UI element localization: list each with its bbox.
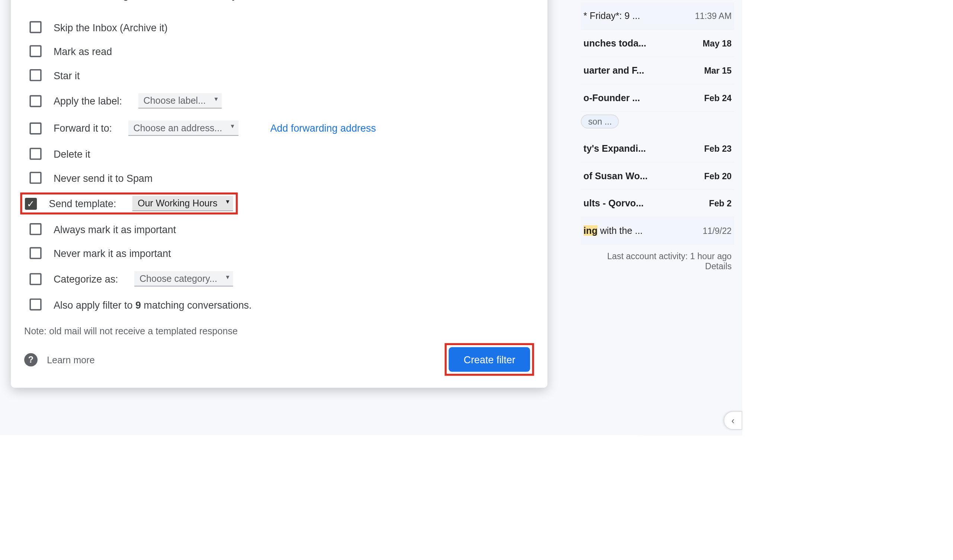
help-icon: ? xyxy=(24,353,37,366)
sidebar: Gmail Compose Inbox569StarredSnoozedSent… xyxy=(0,0,11,435)
details-link[interactable]: Details xyxy=(584,261,731,271)
pager: 1–8 of 9 ‹ › xyxy=(581,0,734,3)
chip[interactable]: son ... xyxy=(581,114,619,128)
filter-note: Note: old mail will not receive a templa… xyxy=(24,326,534,337)
option-delete[interactable]: Delete it xyxy=(24,142,534,166)
option-skip-inbox[interactable]: Skip the Inbox (Archive it) xyxy=(24,15,534,39)
highlight-send-template: ✓ Send template: Our Working Hours xyxy=(20,193,238,215)
forward-dropdown[interactable]: Choose an address... xyxy=(128,121,238,136)
sidebar-item-drafts[interactable]: Drafts17 xyxy=(0,115,6,138)
show-sidepanel-button[interactable]: ‹ xyxy=(724,411,742,430)
template-dropdown[interactable]: Our Working Hours xyxy=(132,196,233,211)
checkbox[interactable] xyxy=(29,273,41,285)
sidebar-item-more[interactable]: More xyxy=(0,138,6,161)
sidebar-item-snoozed[interactable]: Snoozed xyxy=(0,70,6,93)
learn-more-link[interactable]: ? Learn more xyxy=(24,353,95,366)
label-meaningful[interactable]: Meaningful xyxy=(0,192,6,215)
checkbox[interactable] xyxy=(29,299,41,311)
label-dropdown[interactable]: Choose label... xyxy=(138,93,222,108)
option-forward[interactable]: Forward it to:Choose an address...Add fo… xyxy=(24,114,534,142)
category-dropdown[interactable]: Choose category... xyxy=(134,271,233,286)
checkbox[interactable] xyxy=(29,148,41,159)
filter-panel: When a message is an exact match for you… xyxy=(11,0,547,388)
highlight-create-filter: Create filter xyxy=(445,343,534,376)
filter-back-button[interactable] xyxy=(24,0,47,6)
checkbox[interactable] xyxy=(29,21,41,33)
email-row[interactable]: o-Founder ...Feb 24 xyxy=(581,84,734,112)
checkbox[interactable] xyxy=(29,247,41,259)
email-row[interactable]: ults - Qorvo...Feb 2 xyxy=(581,190,734,217)
option-apply-label[interactable]: Apply the label:Choose label... xyxy=(24,87,534,114)
checkbox-send-template[interactable]: ✓ xyxy=(25,198,37,209)
activity-footer: Last account activity: 1 hour ago Detail… xyxy=(581,244,734,278)
email-row[interactable]: of Susan Wo...Feb 20 xyxy=(581,162,734,190)
option-star[interactable]: Star it xyxy=(24,63,534,87)
create-filter-button[interactable]: Create filter xyxy=(449,347,530,372)
labels-header: Labels + xyxy=(0,161,6,192)
checkbox[interactable] xyxy=(29,172,41,184)
sidebar-item-sent[interactable]: Sent xyxy=(0,93,6,115)
email-list: 1–8 of 9 ‹ › * Friday*: 9 ...11:39 AMunc… xyxy=(581,0,734,278)
option-always-important[interactable]: Always mark it as important xyxy=(24,217,534,241)
option-categorize[interactable]: Categorize as:Choose category... xyxy=(24,265,534,292)
sidebar-item-inbox[interactable]: Inbox569 xyxy=(0,25,6,47)
email-row[interactable]: ty's Expandi...Feb 23 xyxy=(581,135,734,162)
checkbox[interactable] xyxy=(29,223,41,235)
checkbox[interactable] xyxy=(29,69,41,81)
option-mark-read[interactable]: Mark as read xyxy=(24,39,534,63)
label-test[interactable]: Test xyxy=(0,237,6,260)
email-row[interactable]: ing with the ...11/9/22 xyxy=(581,217,734,245)
checkbox[interactable] xyxy=(29,95,41,107)
checkbox[interactable] xyxy=(29,122,41,134)
option-never-spam[interactable]: Never send it to Spam xyxy=(24,166,534,190)
add-forwarding-link[interactable]: Add forwarding address xyxy=(270,122,376,133)
email-row[interactable]: uarter and F...Mar 15 xyxy=(581,57,734,85)
option-also-apply[interactable]: Also apply filter to 9 matching conversa… xyxy=(24,292,534,317)
sidebar-item-starred[interactable]: Starred xyxy=(0,47,6,70)
email-row[interactable]: * Friday*: 9 ...11:39 AM xyxy=(581,3,734,30)
main-area: working hours Active ? iDownloadBlog xyxy=(11,0,742,435)
option-never-important[interactable]: Never mark it as important xyxy=(24,241,534,265)
label-notes[interactable]: Notes xyxy=(0,215,6,237)
email-row[interactable]: unches toda...May 18 xyxy=(581,30,734,57)
checkbox[interactable] xyxy=(29,45,41,57)
